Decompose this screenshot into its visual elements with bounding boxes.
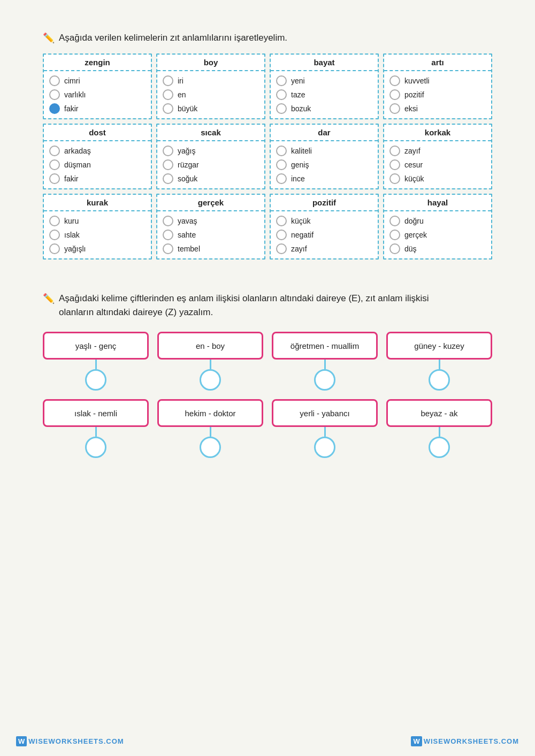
option-row-3-2[interactable]: eksi [389,103,486,114]
option-row-10-0[interactable]: küçük [276,216,372,226]
radio-circle-11-0[interactable] [389,216,400,226]
radio-circle-9-2[interactable] [163,243,173,254]
pair-answer-circle-4[interactable] [85,437,106,458]
word-card-header-4: dost [44,125,151,141]
option-row-8-1[interactable]: ıslak [49,230,146,240]
option-row-5-0[interactable]: yağış [163,146,259,156]
pair-answer-circle-2[interactable] [314,369,335,391]
option-row-4-2[interactable]: fakir [49,173,146,184]
option-label-4-0: arkadaş [64,147,91,155]
footer-w-right: W [411,736,422,746]
pair-answer-circle-0[interactable] [85,369,106,391]
radio-circle-1-0[interactable] [163,75,173,86]
radio-circle-11-2[interactable] [389,243,400,254]
radio-circle-5-1[interactable] [163,159,173,170]
radio-circle-10-1[interactable] [276,230,287,240]
radio-circle-2-2[interactable] [276,103,287,114]
option-row-8-2[interactable]: yağışlı [49,243,146,254]
option-label-0-1: varlıklı [64,90,86,99]
option-row-9-1[interactable]: sahte [163,230,259,240]
radio-circle-6-1[interactable] [276,159,287,170]
radio-circle-0-0[interactable] [49,75,60,86]
option-row-2-1[interactable]: taze [276,89,372,100]
option-row-3-0[interactable]: kuvvetli [389,75,486,86]
option-row-7-0[interactable]: zayıf [389,146,486,156]
word-card-options-1: irienbüyük [157,71,264,118]
radio-circle-7-0[interactable] [389,146,400,156]
radio-circle-4-1[interactable] [49,159,60,170]
option-row-9-2[interactable]: tembel [163,243,259,254]
word-card-2: bayatyenitazebozuk [270,54,379,119]
option-row-7-2[interactable]: küçük [389,173,486,184]
radio-circle-9-1[interactable] [163,230,173,240]
pair-answer-circle-1[interactable] [200,369,221,391]
word-card-9: gerçekyavaşsahtetembel [156,194,265,259]
pair-answer-circle-5[interactable] [200,437,221,458]
option-label-1-2: büyük [178,104,197,113]
radio-circle-5-2[interactable] [163,173,173,184]
option-label-7-0: zayıf [404,147,421,155]
option-row-10-2[interactable]: zayıf [276,243,372,254]
radio-circle-6-0[interactable] [276,146,287,156]
option-row-6-2[interactable]: ince [276,173,372,184]
word-card-options-7: zayıfcesurküçük [384,141,491,188]
option-row-4-1[interactable]: düşman [49,159,146,170]
pair-item-1: en - boy [157,332,263,391]
option-row-6-1[interactable]: geniş [276,159,372,170]
radio-circle-0-1[interactable] [49,89,60,100]
option-row-5-2[interactable]: soğuk [163,173,259,184]
radio-circle-6-2[interactable] [276,173,287,184]
radio-circle-8-1[interactable] [49,230,60,240]
radio-circle-8-0[interactable] [49,216,60,226]
radio-circle-10-2[interactable] [276,243,287,254]
radio-circle-11-1[interactable] [389,230,400,240]
option-row-11-2[interactable]: düş [389,243,486,254]
option-row-0-0[interactable]: cimri [49,75,146,86]
option-row-7-1[interactable]: cesur [389,159,486,170]
pair-answer-circle-7[interactable] [429,437,450,458]
radio-circle-4-2[interactable] [49,173,60,184]
radio-circle-2-0[interactable] [276,75,287,86]
option-label-3-1: pozitif [404,90,424,99]
option-row-3-1[interactable]: pozitif [389,89,486,100]
radio-circle-7-2[interactable] [389,173,400,184]
word-card-header-0: zengin [44,55,151,71]
radio-circle-1-1[interactable] [163,89,173,100]
option-row-4-0[interactable]: arkadaş [49,146,146,156]
pair-box-1: en - boy [157,332,263,360]
option-row-11-1[interactable]: gerçek [389,230,486,240]
option-row-1-1[interactable]: en [163,89,259,100]
radio-circle-10-0[interactable] [276,216,287,226]
option-row-6-0[interactable]: kaliteli [276,146,372,156]
word-card-options-9: yavaşsahtetembel [157,211,264,258]
word-card-0: zengincimrivarlıklıfakir [43,54,152,119]
radio-circle-2-1[interactable] [276,89,287,100]
radio-circle-3-2[interactable] [389,103,400,114]
radio-circle-5-0[interactable] [163,146,173,156]
option-label-10-2: zayıf [291,245,307,253]
pair-answer-circle-3[interactable] [429,369,450,391]
option-row-8-0[interactable]: kuru [49,216,146,226]
option-row-5-1[interactable]: rüzgar [163,159,259,170]
option-row-2-0[interactable]: yeni [276,75,372,86]
section1-title: ✏️ Aşağıda verilen kelimelerin zıt anlam… [43,32,492,44]
radio-circle-9-0[interactable] [163,216,173,226]
option-label-10-1: negatif [291,231,314,239]
radio-circle-3-0[interactable] [389,75,400,86]
radio-circle-0-2[interactable] [49,103,60,114]
pair-connector-7 [439,427,440,437]
option-row-1-0[interactable]: iri [163,75,259,86]
radio-circle-4-0[interactable] [49,146,60,156]
option-row-1-2[interactable]: büyük [163,103,259,114]
option-row-11-0[interactable]: doğru [389,216,486,226]
radio-circle-8-2[interactable] [49,243,60,254]
option-row-10-1[interactable]: negatif [276,230,372,240]
radio-circle-3-1[interactable] [389,89,400,100]
pair-answer-circle-6[interactable] [314,437,335,458]
radio-circle-1-2[interactable] [163,103,173,114]
option-row-0-2[interactable]: fakir [49,103,146,114]
option-row-0-1[interactable]: varlıklı [49,89,146,100]
radio-circle-7-1[interactable] [389,159,400,170]
option-row-2-2[interactable]: bozuk [276,103,372,114]
option-row-9-0[interactable]: yavaş [163,216,259,226]
